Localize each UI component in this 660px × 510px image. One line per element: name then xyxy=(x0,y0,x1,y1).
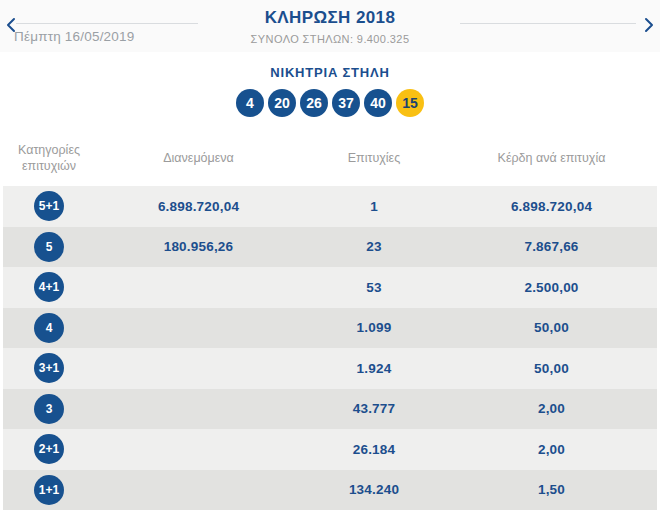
winning-numbers-heading: ΝΙΚΗΤΡΙΑ ΣΤΗΛΗ xyxy=(0,65,660,80)
category-cell: 4 xyxy=(3,313,95,343)
category-badge: 3 xyxy=(34,394,64,424)
table-row: 3 43.777 2,00 xyxy=(3,389,657,430)
header-distributed: Διανεμόμενα xyxy=(95,150,302,166)
category-cell: 1+1 xyxy=(3,475,95,505)
category-cell: 2+1 xyxy=(3,434,95,464)
category-cell: 3 xyxy=(3,394,95,424)
table-row: 2+1 26.184 2,00 xyxy=(3,429,657,470)
number-ball: 26 xyxy=(300,89,328,117)
chevron-right-icon xyxy=(643,22,655,37)
number-ball: 40 xyxy=(364,89,392,117)
category-badge: 4 xyxy=(34,313,64,343)
number-ball: 20 xyxy=(268,89,296,117)
prize-cell: 50,00 xyxy=(446,361,657,376)
winning-numbers-section: ΝΙΚΗΤΡΙΑ ΣΤΗΛΗ 4 20 26 37 40 15 xyxy=(0,52,660,130)
winners-cell: 1.924 xyxy=(302,361,446,376)
category-badge: 4+1 xyxy=(34,272,64,302)
draw-title: ΚΛΗΡΩΣΗ 2018 xyxy=(251,8,410,28)
winners-cell: 53 xyxy=(302,280,446,295)
winners-cell: 1 xyxy=(302,199,446,214)
draw-date: Πέμπτη 16/05/2019 xyxy=(14,29,134,44)
category-cell: 4+1 xyxy=(3,272,95,302)
prize-cell: 7.867,66 xyxy=(446,239,657,254)
winners-cell: 26.184 xyxy=(302,442,446,457)
category-badge: 5 xyxy=(34,232,64,262)
right-divider-line xyxy=(460,23,636,24)
header-category: Κατηγορίες επιτυχιών xyxy=(3,142,95,174)
prize-cell: 2.500,00 xyxy=(446,280,657,295)
category-badge: 3+1 xyxy=(34,353,64,383)
total-columns-label: ΣΥΝΟΛΟ ΣΤΗΛΩΝ: 9.400.325 xyxy=(251,33,410,45)
prize-cell: 6.898.720,04 xyxy=(446,199,657,214)
category-cell: 5+1 xyxy=(3,191,95,221)
distributed-cell: 6.898.720,04 xyxy=(95,199,302,214)
prize-cell: 2,00 xyxy=(446,442,657,457)
distributed-cell: 180.956,26 xyxy=(95,239,302,254)
prize-cell: 50,00 xyxy=(446,320,657,335)
winning-numbers: 4 20 26 37 40 15 xyxy=(0,89,660,117)
results-table: Κατηγορίες επιτυχιών Διανεμόμενα Επιτυχί… xyxy=(0,130,660,510)
winners-cell: 43.777 xyxy=(302,401,446,416)
lottery-results-page: Πέμπτη 16/05/2019 ΚΛΗΡΩΣΗ 2018 ΣΥΝΟΛΟ ΣΤ… xyxy=(0,0,660,510)
header-prize: Κέρδη ανά επιτυχία xyxy=(446,150,657,166)
table-header-row: Κατηγορίες επιτυχιών Διανεμόμενα Επιτυχί… xyxy=(3,130,657,186)
category-cell: 5 xyxy=(3,232,95,262)
draw-navigation: Πέμπτη 16/05/2019 ΚΛΗΡΩΣΗ 2018 ΣΥΝΟΛΟ ΣΤ… xyxy=(0,0,660,52)
left-divider-line xyxy=(16,23,198,24)
table-row: 5+1 6.898.720,04 1 6.898.720,04 xyxy=(3,186,657,227)
category-badge: 2+1 xyxy=(34,434,64,464)
table-row: 1+1 134.240 1,50 xyxy=(3,470,657,510)
winners-cell: 134.240 xyxy=(302,482,446,497)
winners-cell: 1.099 xyxy=(302,320,446,335)
number-ball: 15 xyxy=(396,89,424,117)
number-ball: 4 xyxy=(236,89,264,117)
prize-cell: 2,00 xyxy=(446,401,657,416)
draw-header-center: ΚΛΗΡΩΣΗ 2018 ΣΥΝΟΛΟ ΣΤΗΛΩΝ: 9.400.325 xyxy=(251,8,410,45)
number-ball: 37 xyxy=(332,89,360,117)
table-row: 4+1 53 2.500,00 xyxy=(3,267,657,308)
table-row: 4 1.099 50,00 xyxy=(3,308,657,349)
category-badge: 1+1 xyxy=(34,475,64,505)
category-cell: 3+1 xyxy=(3,353,95,383)
category-badge: 5+1 xyxy=(34,191,64,221)
header-winners: Επιτυχίες xyxy=(302,150,446,166)
winners-cell: 23 xyxy=(302,239,446,254)
next-draw-button[interactable] xyxy=(641,14,657,36)
table-row: 3+1 1.924 50,00 xyxy=(3,348,657,389)
prize-cell: 1,50 xyxy=(446,482,657,497)
table-row: 5 180.956,26 23 7.867,66 xyxy=(3,227,657,268)
table-body: 5+1 6.898.720,04 1 6.898.720,04 5 180.95… xyxy=(0,186,660,510)
